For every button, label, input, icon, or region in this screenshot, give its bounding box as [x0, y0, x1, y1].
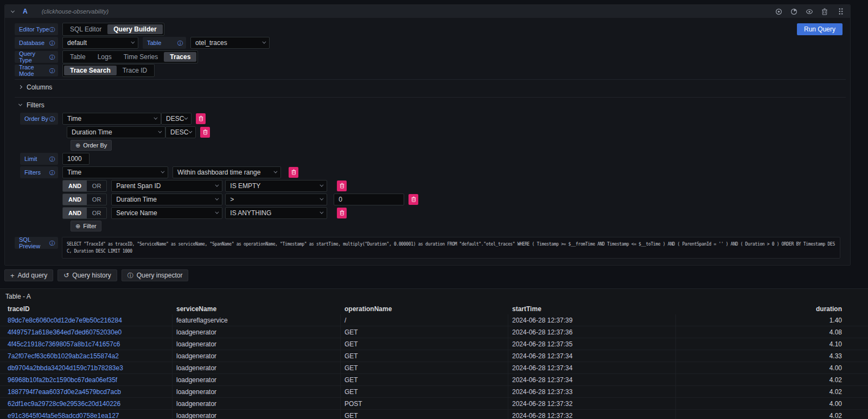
add-filter-button[interactable]: Filter	[71, 221, 101, 231]
info-icon[interactable]	[177, 40, 183, 46]
order-by-field-select[interactable]: Duration Time	[67, 126, 165, 138]
filter-field-select[interactable]: Time	[62, 166, 168, 178]
remove-order-by-button[interactable]	[200, 127, 210, 138]
trace-id-link[interactable]: 7a2f07ecf63c60b1029ab2ac155874a2	[8, 352, 119, 360]
duration-cell: 4.33	[676, 350, 868, 362]
remove-filter-button[interactable]	[337, 208, 347, 218]
option-traces[interactable]: Traces	[164, 52, 196, 62]
table-select[interactable]: otel_traces	[190, 37, 270, 49]
order-by-direction-select[interactable]: DESC	[165, 126, 196, 138]
filter-value-input[interactable]: 0	[334, 194, 404, 205]
add-filter-row: Filter	[20, 220, 846, 232]
operation-name-cell: GET	[341, 326, 508, 338]
trash-icon[interactable]	[821, 8, 828, 15]
info-icon[interactable]	[49, 169, 55, 176]
remove-filter-button[interactable]	[337, 181, 347, 191]
columns-section-header[interactable]: Columns	[15, 80, 846, 94]
database-select[interactable]: default	[62, 37, 138, 49]
option-table[interactable]: Table	[64, 52, 92, 62]
trace-id-link[interactable]: 62df1ec9a29728c9e29536c20d140226	[8, 400, 120, 408]
collapse-query-chevron-icon[interactable]	[11, 9, 15, 12]
start-time-cell: 2024-06-28 12:37:34	[508, 362, 676, 373]
option-logs[interactable]: Logs	[92, 52, 118, 62]
filter-field-select[interactable]: Duration Time	[111, 194, 222, 205]
filter-operator-select[interactable]: Within dashboard time range	[173, 166, 281, 178]
drag-handle-icon[interactable]	[838, 8, 844, 15]
query-type-label: Query Type	[15, 51, 58, 63]
trace-id-link[interactable]: 4f497571a618e364ed7ded60752030e0	[8, 328, 122, 336]
filter-operator-select[interactable]: IS ANYTHING	[225, 207, 327, 219]
or-option[interactable]: OR	[87, 208, 107, 218]
chevron-down-icon	[158, 130, 162, 133]
info-icon[interactable]	[49, 67, 55, 74]
trace-id-link[interactable]: db9704a2bbda34204d159c71b78283e3	[8, 364, 123, 372]
editor-type-row: Editor Type SQL Editor Query Builder Run…	[15, 23, 846, 35]
pie-chart-icon[interactable]	[790, 8, 797, 15]
option-trace-search[interactable]: Trace Search	[64, 66, 117, 75]
panel-title[interactable]: Table - A	[0, 289, 31, 303]
filter-field-select[interactable]: Parent Span ID	[111, 180, 222, 192]
trace-id-link[interactable]: 96968b10fa2b2c1590bc67dea06ef35f	[8, 376, 117, 384]
add-order-by-button[interactable]: Order By	[71, 140, 112, 151]
record-icon[interactable]	[775, 8, 782, 15]
query-editor-card: A (clickhouse-observability) Editor Type…	[4, 4, 851, 266]
trace-id-link[interactable]: 89dc7e8c6060c0d12de7e9b50c216284	[8, 317, 122, 324]
remove-order-by-button[interactable]	[196, 113, 206, 124]
trace-id-link[interactable]: 1887794f7eaa6037d0e2a4579bcd7acb	[8, 388, 121, 396]
or-option[interactable]: OR	[87, 181, 107, 191]
option-time-series[interactable]: Time Series	[118, 52, 164, 62]
query-ref-id: A	[23, 8, 28, 15]
limit-input[interactable]: 1000	[62, 153, 90, 165]
info-icon[interactable]	[49, 156, 55, 162]
and-option[interactable]: AND	[63, 194, 87, 205]
bool-operator-switch: AND OR	[62, 207, 107, 219]
duration-cell: 4.02	[676, 374, 868, 385]
info-icon[interactable]	[49, 26, 55, 33]
column-header-starttime[interactable]: startTime	[508, 303, 676, 314]
filter-operator-select[interactable]: >	[225, 194, 327, 205]
option-sql-editor[interactable]: SQL Editor	[64, 24, 107, 34]
info-icon[interactable]	[49, 40, 55, 46]
operation-name-cell: GET	[341, 410, 508, 419]
trace-id-link[interactable]: e91c3645f04fa5e58adcd0758e1ea127	[8, 412, 119, 419]
filter-field-select[interactable]: Service Name	[111, 207, 222, 219]
order-by-field-select[interactable]: Time	[62, 113, 161, 125]
start-time-cell: 2024-06-28 12:37:32	[508, 398, 676, 409]
and-option[interactable]: AND	[63, 181, 87, 191]
remove-filter-button[interactable]	[409, 194, 418, 205]
filters-section-header[interactable]: Filters	[15, 98, 846, 112]
chevron-down-icon	[262, 40, 266, 44]
info-icon[interactable]	[49, 54, 55, 60]
column-header-servicename[interactable]: serviceName	[173, 303, 341, 314]
column-header-traceid[interactable]: traceID	[0, 303, 173, 314]
column-header-duration[interactable]: duration	[676, 303, 868, 314]
order-by-direction-select[interactable]: DESC	[161, 113, 192, 125]
column-header-operationname[interactable]: operationName	[341, 303, 508, 314]
duration-cell: 4.00	[676, 362, 868, 373]
start-time-cell: 2024-06-28 12:37:32	[508, 410, 676, 419]
chevron-down-icon	[161, 170, 164, 173]
run-query-button[interactable]: Run Query	[797, 23, 843, 35]
chevron-down-icon	[215, 197, 219, 201]
query-inspector-button[interactable]: Query inspector	[122, 269, 189, 281]
duration-cell: 1.40	[676, 314, 868, 326]
history-icon	[63, 272, 69, 279]
editor-type-label: Editor Type	[15, 23, 58, 35]
info-icon[interactable]	[49, 240, 55, 246]
query-type-switch: Table Logs Time Series Traces	[62, 50, 198, 63]
trace-id-link[interactable]: 4f45c21918c73698057a8b1c741657c6	[8, 340, 120, 348]
option-trace-id[interactable]: Trace ID	[117, 66, 154, 75]
database-table-row: Database default Table otel_traces	[15, 36, 846, 49]
query-history-button[interactable]: Query history	[58, 269, 117, 281]
results-table-panel: Table - A traceID serviceName operationN…	[0, 288, 868, 419]
remove-filter-button[interactable]	[289, 167, 298, 178]
filter-operator-select[interactable]: IS EMPTY	[225, 180, 327, 192]
chevron-down-icon	[18, 102, 22, 106]
add-query-button[interactable]: Add query	[4, 269, 53, 281]
or-option[interactable]: OR	[87, 194, 107, 205]
operation-name-cell: GET	[341, 338, 508, 350]
eye-icon[interactable]	[806, 8, 813, 15]
info-icon[interactable]	[49, 115, 55, 122]
and-option[interactable]: AND	[63, 208, 87, 218]
option-query-builder[interactable]: Query Builder	[107, 24, 162, 34]
